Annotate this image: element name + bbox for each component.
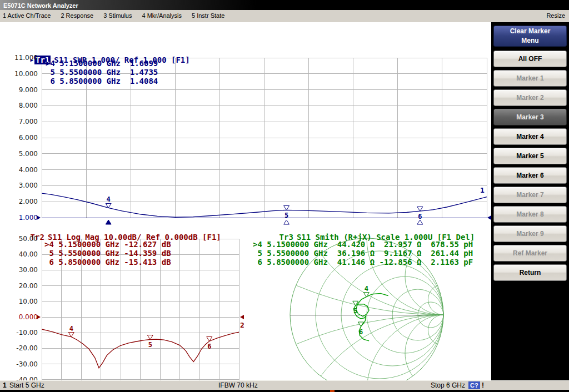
softkey-marker-8: Marker 8	[493, 206, 567, 223]
menu-item-2[interactable]: 2 Response	[56, 10, 98, 22]
tr2-ref-level-marker-left	[37, 315, 41, 319]
y-axis-label: -30.00	[0, 360, 38, 369]
marker-4-label: 4	[69, 325, 73, 333]
analyzer-screen: E5071C Network Analyzer 1 Active Ch/Trac…	[0, 0, 569, 392]
smith-chart: 456	[244, 238, 491, 392]
tr1-swr-graph: 4561	[42, 58, 495, 225]
ifbw-readout: IFBW 70 kHz	[218, 381, 258, 390]
active-channel-indicator: 1	[3, 381, 7, 390]
softkey-ref-marker: Ref Marker	[493, 245, 567, 262]
tr3-name[interactable]: Tr3	[279, 233, 293, 242]
softkey-marker-7: Marker 7	[493, 187, 567, 203]
window-title: E5071C Network Analyzer	[0, 2, 78, 9]
menu-items: 1 Active Ch/Trace2 Response3 Stimulus4 M…	[0, 10, 229, 19]
softkey-marker-6[interactable]: Marker 6	[493, 167, 567, 184]
softkey-marker-1: Marker 1	[493, 70, 567, 87]
start-frequency-readout: Start 5 GHz	[9, 381, 44, 390]
tr1-ref-level-marker-right	[487, 215, 491, 220]
tr2-title: S11 Log Mag 10.00dB/ Ref 0.000dB [F1]	[48, 233, 221, 242]
tr3-title: S11 Smith (R+jX) Scale 1.000U [F1 Del]	[297, 233, 475, 242]
y-axis-label: 1.000	[0, 213, 38, 222]
softkey-buttons: All OFFMarker 1Marker 2Marker 3Marker 4M…	[491, 51, 569, 281]
y-axis-label: 8.000	[0, 101, 38, 110]
menu-item-4[interactable]: 4 Mkr/Analysis	[137, 10, 187, 22]
marker-5-symbol	[284, 205, 290, 210]
bottom-strip	[0, 390, 569, 392]
y-axis-label: -10.00	[0, 328, 38, 337]
Tr2-trace-number: 2	[240, 321, 244, 329]
marker-6-label: 6	[359, 328, 363, 336]
tr1-title: S11 SWR 1.000/ Ref 1.000 [F1]	[54, 56, 189, 64]
marker-5-label: 5	[148, 341, 152, 349]
softkey-menu-title-line1: Clear Marker	[494, 27, 566, 36]
softkey-marker-9: Marker 9	[493, 225, 567, 242]
y-axis-label: 7.000	[0, 117, 38, 126]
softkey-marker-5[interactable]: Marker 5	[493, 148, 567, 164]
menu-bar: 1 Active Ch/Trace2 Response3 Stimulus4 M…	[0, 10, 569, 23]
title-bar: E5071C Network Analyzer	[0, 0, 569, 10]
y-axis-label: 2.000	[0, 197, 38, 206]
alert-indicator: !	[482, 381, 484, 390]
tr1-ref-level-marker-left	[37, 215, 41, 220]
softkey-marker-3[interactable]: Marker 3	[493, 109, 567, 125]
softkey-marker-4[interactable]: Marker 4	[493, 128, 567, 145]
softkey-panel: Clear Marker Menu All OFFMarker 1Marker …	[491, 22, 569, 380]
trace-display-area: ▶Tr1S11 SWR 1.000/ Ref 1.000 [F1] >4 5.1…	[0, 22, 491, 380]
menu-item-1[interactable]: 1 Active Ch/Trace	[0, 10, 56, 22]
menu-item-5[interactable]: 5 Instr State	[187, 10, 229, 22]
y-axis-label: -20.00	[0, 344, 38, 353]
resize-button[interactable]: Resize	[546, 10, 565, 22]
y-axis-label: 11.000	[0, 53, 38, 62]
y-axis-label: 0.000	[0, 313, 38, 321]
y-axis-label: 10.000	[0, 69, 38, 78]
y-axis-label: 6.000	[0, 133, 38, 142]
y-axis-label: 10.00	[0, 297, 38, 306]
y-axis-label: 3.000	[0, 181, 38, 190]
y-axis-label: 5.000	[0, 149, 38, 158]
marker-6-label: 6	[207, 343, 211, 350]
tr2-logmag-graph: 4562	[42, 239, 247, 392]
marker-6-symbol	[417, 207, 423, 211]
marker-5-symbol	[147, 335, 153, 339]
marker-4-label: 4	[107, 195, 111, 203]
softkey-menu-title-line2: Menu	[494, 36, 566, 46]
marker-4-label: 4	[365, 285, 368, 293]
softkey-menu-title[interactable]: Clear Marker Menu	[493, 26, 567, 47]
y-axis-label: 20.00	[0, 282, 38, 290]
status-bar: 1 Start 5 GHz IFBW 70 kHz Stop 6 GHz C? …	[0, 380, 569, 390]
y-axis-label: 50.00	[0, 234, 38, 243]
stop-frequency-readout: Stop 6 GHz	[431, 381, 465, 390]
bottom-notch	[330, 390, 335, 392]
marker-5-label: 5	[284, 212, 288, 219]
y-axis-label: 40.00	[0, 250, 38, 259]
tr2-ref-level-marker-right	[240, 315, 244, 319]
y-axis-label: 4.000	[0, 165, 38, 174]
tr3-header: Tr3S11 Smith (R+jX) Scale 1.000U [F1 Del…	[251, 224, 475, 250]
softkey-all-off[interactable]: All OFF	[493, 51, 567, 67]
softkey-return[interactable]: Return	[493, 264, 567, 281]
menu-item-3[interactable]: 3 Stimulus	[98, 10, 137, 22]
y-axis-label: 9.000	[0, 86, 38, 94]
correction-status-badge: C?	[468, 381, 480, 389]
marker-5-label: 5	[353, 307, 357, 315]
y-axis-label: 30.00	[0, 265, 38, 274]
Tr1-trace-number: 1	[480, 186, 485, 194]
softkey-marker-2: Marker 2	[493, 89, 567, 106]
